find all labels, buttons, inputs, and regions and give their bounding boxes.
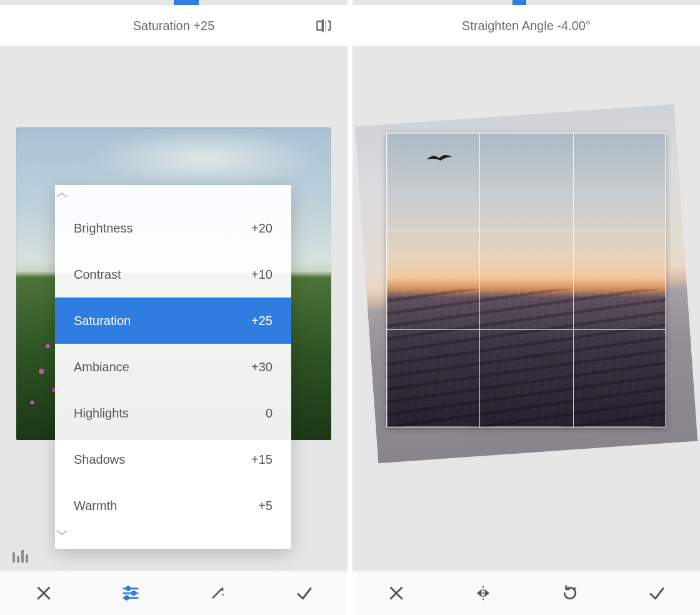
- svg-rect-0: [318, 21, 322, 30]
- bird-silhouette: [426, 153, 453, 164]
- active-adjustment-title: Straighten Angle -4.00°: [462, 19, 591, 33]
- accept-button[interactable]: [613, 571, 700, 615]
- chevron-down-icon[interactable]: [55, 529, 291, 542]
- grid-line: [386, 231, 666, 231]
- grid-line: [573, 132, 574, 428]
- adjustment-value: +10: [251, 268, 272, 282]
- adjustment-row-warmth[interactable]: Warmth +5: [55, 482, 291, 529]
- adjustment-label: Brightness: [74, 221, 133, 236]
- adjustment-row-ambiance[interactable]: Ambiance +30: [55, 344, 291, 390]
- adjustment-value: 0: [266, 406, 272, 421]
- active-adjustment-title: Saturation +25: [133, 19, 215, 33]
- svg-marker-15: [484, 589, 489, 598]
- adjustment-value: +25: [251, 314, 272, 328]
- adjustment-row-contrast[interactable]: Contrast +10: [55, 251, 291, 298]
- bottom-toolbar: [0, 571, 348, 615]
- grid-line: [479, 132, 480, 428]
- adjustment-label: Highlights: [74, 406, 129, 421]
- rotate-editor-screen: Straighten Angle -4.00°: [352, 0, 700, 615]
- bottom-toolbar: [352, 571, 700, 615]
- adjustment-row-brightness[interactable]: Brightness +20: [55, 205, 291, 251]
- close-button[interactable]: [0, 571, 87, 615]
- tune-editor-screen: Saturation +25 Brightness +20: [0, 0, 348, 615]
- rotate-cw-button[interactable]: [526, 571, 613, 615]
- svg-point-4: [126, 587, 130, 591]
- adjustment-row-shadows[interactable]: Shadows +15: [55, 436, 291, 482]
- editor-header: Saturation +25: [0, 5, 348, 46]
- grid-line: [386, 329, 666, 330]
- adjustment-row-saturation[interactable]: Saturation +25: [55, 298, 291, 344]
- tune-button[interactable]: [87, 571, 174, 615]
- adjustment-value: +15: [251, 452, 272, 467]
- adjustment-label: Shadows: [74, 452, 125, 467]
- angle-slider-track[interactable]: [352, 0, 700, 5]
- adjustment-value: +20: [251, 221, 272, 236]
- close-button[interactable]: [352, 571, 439, 615]
- image-canvas[interactable]: Brightness +20 Contrast +10 Saturation +…: [0, 46, 348, 571]
- svg-point-8: [124, 596, 128, 600]
- adjustment-row-highlights[interactable]: Highlights 0: [55, 390, 291, 436]
- crop-preview[interactable]: [386, 132, 666, 428]
- svg-point-6: [132, 591, 136, 595]
- value-slider-track[interactable]: [0, 0, 348, 5]
- adjustment-label: Saturation: [74, 314, 131, 328]
- angle-slider-thumb[interactable]: [512, 0, 526, 5]
- adjustment-label: Contrast: [74, 268, 121, 282]
- accept-button[interactable]: [261, 571, 348, 615]
- auto-wand-button[interactable]: [174, 571, 261, 615]
- compare-icon[interactable]: [315, 17, 332, 34]
- histogram-icon[interactable]: [12, 549, 31, 562]
- svg-line-9: [212, 590, 221, 598]
- adjustment-label: Warmth: [74, 499, 117, 513]
- svg-point-10: [222, 594, 224, 596]
- adjustment-value: +30: [251, 360, 272, 374]
- flip-horizontal-button[interactable]: [439, 571, 526, 615]
- value-slider-thumb[interactable]: [174, 0, 199, 5]
- editor-header: Straighten Angle -4.00°: [352, 5, 700, 46]
- adjustment-value: +5: [258, 499, 272, 513]
- chevron-up-icon[interactable]: [55, 191, 291, 205]
- adjustments-panel[interactable]: Brightness +20 Contrast +10 Saturation +…: [55, 185, 291, 549]
- adjustment-label: Ambiance: [74, 360, 129, 374]
- image-canvas[interactable]: [352, 46, 700, 571]
- svg-marker-14: [477, 589, 482, 598]
